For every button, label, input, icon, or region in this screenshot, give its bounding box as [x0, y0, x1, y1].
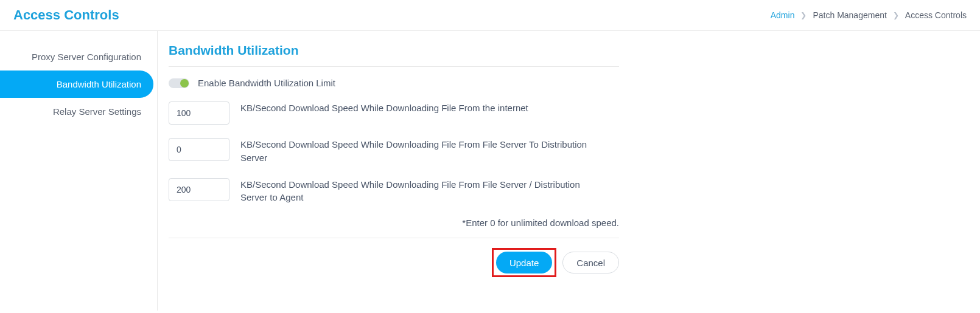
main-panel: Bandwidth Utilization Enable Bandwidth U…	[157, 31, 980, 311]
sidebar-item-label: Proxy Server Configuration	[32, 52, 141, 62]
chevron-right-icon: ❯	[893, 11, 899, 19]
page-header: Access Controls Admin ❯ Patch Management…	[0, 0, 980, 31]
page-title: Access Controls	[13, 7, 119, 23]
cancel-button[interactable]: Cancel	[562, 252, 619, 273]
field-row-internet: KB/Second Download Speed While Downloadi…	[169, 101, 619, 125]
sidebar-item-bandwidth-utilization[interactable]: Bandwidth Utilization	[0, 71, 153, 98]
sidebar-item-label: Relay Server Settings	[53, 106, 141, 117]
highlight-annotation: Update	[492, 248, 556, 277]
file-to-distribution-speed-input[interactable]	[169, 138, 229, 161]
sidebar-item-proxy-server-configuration[interactable]: Proxy Server Configuration	[0, 43, 153, 71]
breadcrumb: Admin ❯ Patch Management ❯ Access Contro…	[771, 10, 967, 20]
breadcrumb-item-patch-management[interactable]: Patch Management	[813, 10, 886, 20]
internet-speed-label: KB/Second Download Speed While Downloadi…	[240, 101, 528, 115]
sidebar: Proxy Server Configuration Bandwidth Uti…	[0, 31, 157, 311]
toggle-row: Enable Bandwidth Utilization Limit	[169, 78, 619, 88]
update-button[interactable]: Update	[496, 252, 552, 273]
actions-row: Update Cancel	[169, 238, 619, 277]
hint-text: *Enter 0 for unlimited download speed.	[169, 218, 619, 228]
breadcrumb-item-admin[interactable]: Admin	[771, 10, 795, 20]
form-area: Enable Bandwidth Utilization Limit KB/Se…	[169, 66, 619, 277]
section-title: Bandwidth Utilization	[169, 43, 964, 58]
file-to-distribution-speed-label: KB/Second Download Speed While Downloadi…	[240, 138, 606, 165]
internet-speed-input[interactable]	[169, 101, 229, 125]
toggle-knob-icon	[180, 79, 189, 88]
distribution-to-agent-speed-input[interactable]	[169, 178, 229, 201]
breadcrumb-item-access-controls: Access Controls	[905, 10, 967, 20]
sidebar-item-label: Bandwidth Utilization	[57, 79, 141, 89]
distribution-to-agent-speed-label: KB/Second Download Speed While Downloadi…	[240, 178, 606, 205]
enable-limit-toggle[interactable]	[169, 78, 189, 88]
field-row-distribution-to-agent: KB/Second Download Speed While Downloadi…	[169, 178, 619, 205]
sidebar-item-relay-server-settings[interactable]: Relay Server Settings	[0, 98, 153, 125]
field-row-file-to-distribution: KB/Second Download Speed While Downloadi…	[169, 138, 619, 165]
enable-limit-label: Enable Bandwidth Utilization Limit	[198, 78, 335, 88]
chevron-right-icon: ❯	[800, 11, 807, 19]
